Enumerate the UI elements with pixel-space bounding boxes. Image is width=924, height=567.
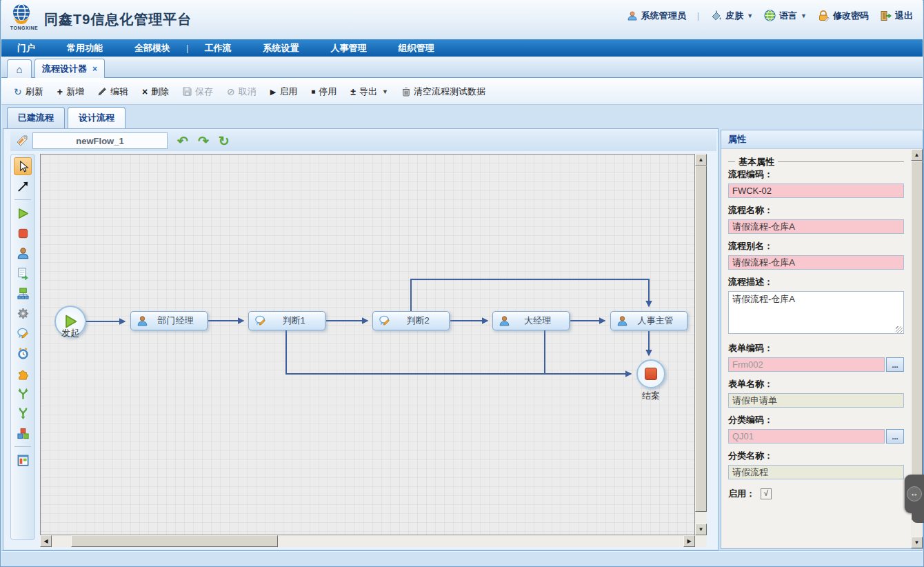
end-node[interactable] (636, 359, 665, 388)
flow-desc-textarea[interactable]: 请假流程-仓库A (728, 291, 904, 334)
nav-item-common-functions[interactable]: 常用功能 (51, 39, 119, 57)
auto-task-tool[interactable] (14, 264, 32, 282)
plugin-node-tool[interactable] (14, 364, 32, 382)
flow-code-input[interactable] (728, 183, 904, 198)
fork-arrows-icon (17, 387, 30, 400)
category-name-input[interactable] (728, 465, 904, 479)
chevron-down-icon: ▼ (747, 12, 753, 19)
blocks-icon (17, 427, 30, 440)
nav-item-hr[interactable]: 人事管理 (314, 39, 382, 57)
node-judge2[interactable]: 判断2 (372, 311, 450, 330)
blocks-node-tool[interactable] (14, 424, 32, 442)
undo-icon[interactable]: ↶ (177, 135, 188, 148)
cancel-button[interactable]: ⊘ 取消 (220, 86, 263, 98)
x-icon: × (142, 87, 148, 97)
skin-menu[interactable]: 皮肤 ▼ (710, 10, 753, 22)
trash-icon (402, 87, 410, 97)
user-task-tool[interactable] (14, 244, 32, 262)
scroll-up-icon[interactable]: ▲ (695, 154, 707, 166)
stop-icon: ■ (311, 87, 315, 97)
nav-item-portal[interactable]: 门户 (1, 39, 51, 57)
disable-button[interactable]: ■ 停用 (304, 86, 343, 98)
clear-test-data-button[interactable]: 清空流程测试数据 (395, 86, 492, 98)
palette-divider (14, 199, 31, 200)
nav-item-system-settings[interactable]: 系统设置 (247, 39, 314, 57)
flow-alias-input[interactable] (728, 255, 904, 270)
form-panel-tool[interactable] (14, 451, 32, 469)
enable-button[interactable]: ▶ 启用 (263, 86, 304, 98)
tab-built-flows[interactable]: 已建流程 (7, 107, 65, 128)
flow-code-label: 流程编码： (728, 168, 904, 181)
nav-item-all-modules[interactable]: 全部模块 (119, 39, 186, 57)
scroll-down-icon[interactable]: ▼ (695, 524, 707, 535)
floppy-icon (183, 87, 192, 96)
person-icon (137, 315, 148, 327)
basic-properties-group: 基本属性 (728, 161, 904, 162)
end-node-tool[interactable] (14, 224, 32, 242)
remote-session-widget[interactable]: ↔ (905, 475, 924, 513)
form-layout-icon (17, 454, 30, 467)
tab-flow-designer[interactable]: 流程设计器 × (34, 59, 105, 78)
form-code-browse-button[interactable]: ... (886, 357, 904, 372)
current-user[interactable]: 系统管理员 (627, 10, 686, 22)
node-general-manager[interactable]: 大经理 (492, 311, 570, 330)
scroll-up-icon[interactable]: ▲ (911, 149, 923, 161)
fork-node-tool[interactable] (14, 384, 32, 402)
refresh-button[interactable]: ↻ 刷新 (7, 86, 50, 98)
form-code-label: 表单编码： (728, 342, 904, 355)
node-judge1[interactable]: 判断1 (248, 311, 325, 330)
judge-node-tool[interactable] (14, 324, 32, 342)
app-window: TONGXINE 同鑫T9信息化管理平台 系统管理员 | 皮肤 ▼ (0, 0, 924, 567)
paint-bucket-icon (710, 10, 722, 21)
category-code-input[interactable] (728, 429, 885, 444)
scroll-left-icon[interactable]: ◀ (40, 535, 52, 547)
change-password-button[interactable]: 修改密码 (818, 10, 869, 22)
scroll-down-icon[interactable]: ▼ (911, 537, 923, 548)
window-bottom-border (1, 550, 923, 566)
nav-item-organization[interactable]: 组织管理 (382, 39, 450, 57)
scroll-corner (695, 535, 707, 547)
connector-tool[interactable] (14, 177, 32, 195)
form-name-input[interactable] (728, 393, 904, 408)
enabled-checkbox[interactable]: √ (761, 488, 772, 499)
puzzle-icon (17, 367, 30, 380)
flow-name-input[interactable] (32, 132, 168, 149)
canvas-vscrollbar[interactable]: ▲ ▼ (695, 154, 707, 535)
reload-flow-icon[interactable]: ↻ (219, 135, 230, 148)
start-node-tool[interactable] (14, 204, 32, 222)
canvas-hscrollbar[interactable]: ◀ ▶ (40, 535, 695, 547)
group-legend: 基本属性 (735, 156, 778, 168)
flow-name-input[interactable] (728, 219, 904, 234)
resize-grip-icon[interactable] (896, 326, 903, 333)
cursor-icon (17, 160, 30, 173)
language-menu[interactable]: 语言 ▼ (764, 10, 807, 22)
delete-button[interactable]: × 删除 (135, 86, 176, 98)
save-button[interactable]: 保存 (176, 86, 220, 98)
node-department-manager[interactable]: 部门经理 (130, 311, 208, 330)
flow-edges (41, 155, 695, 535)
node-hr-supervisor[interactable]: 人事主管 (610, 311, 687, 330)
redo-icon[interactable]: ↷ (198, 135, 209, 148)
tab-design-flow[interactable]: 设计流程 (68, 107, 125, 128)
join-node-tool[interactable] (14, 404, 32, 422)
nav-item-workflow[interactable]: 工作流 (188, 39, 247, 57)
system-task-tool[interactable] (14, 304, 32, 322)
edit-button[interactable]: 编辑 (91, 86, 135, 98)
hscroll-thumb[interactable] (71, 535, 278, 547)
node-palette (10, 154, 35, 540)
home-tab[interactable]: ⌂ (7, 59, 32, 78)
add-button[interactable]: + 新增 (50, 86, 91, 98)
scroll-right-icon[interactable]: ▶ (683, 535, 695, 547)
form-code-input[interactable] (728, 357, 885, 372)
pointer-tool[interactable] (14, 157, 32, 175)
timer-node-tool[interactable] (14, 344, 32, 362)
logout-button[interactable]: 退出 (880, 10, 913, 22)
category-code-browse-button[interactable]: ... (886, 429, 904, 444)
vscroll-thumb[interactable] (695, 166, 707, 512)
subflow-tool[interactable] (14, 284, 32, 302)
flow-canvas[interactable]: 发起 部门经理 判断1 (40, 154, 695, 535)
export-button[interactable]: ± 导出 ▼ (343, 86, 395, 98)
close-icon[interactable]: × (92, 64, 97, 74)
props-scroll-thumb[interactable] (911, 161, 923, 519)
comment-edit-icon (17, 327, 30, 340)
